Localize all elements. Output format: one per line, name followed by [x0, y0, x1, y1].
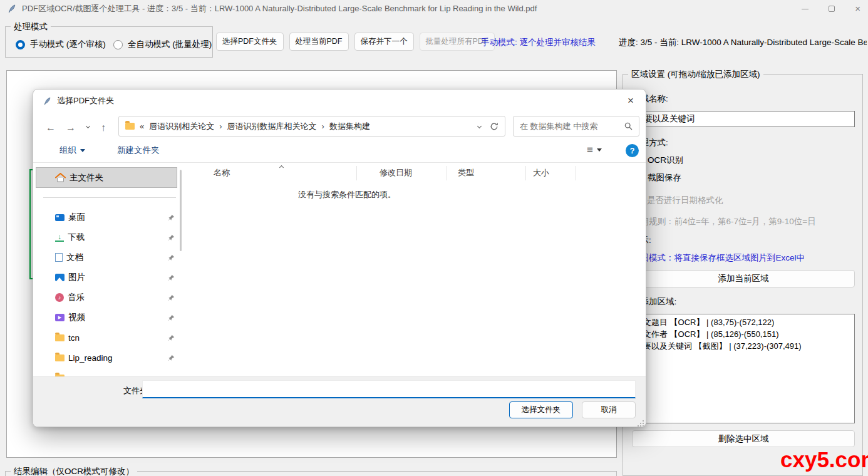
pin-icon[interactable] — [168, 294, 175, 301]
sidebar-item-tcn[interactable]: tcn — [33, 328, 183, 348]
radio-icon[interactable] — [16, 40, 25, 49]
column-header-type[interactable]: 类型 — [458, 167, 474, 178]
sidebar-home-label: 主文件夹 — [70, 172, 103, 184]
dialog-close-icon[interactable]: × — [622, 93, 639, 108]
dialog-sidebar: 主文件夹 桌面 ↓ 下载 文档 — [33, 163, 183, 376]
list-view-icon: ≡ — [587, 145, 593, 155]
help-icon[interactable]: ? — [626, 144, 639, 157]
document-icon — [55, 253, 63, 262]
caret-down-icon — [80, 149, 85, 152]
app-window: PDF区域OCR/截图逐个处理工具 - 进度：3/5 - 当前：LRW-1000… — [0, 0, 868, 476]
pin-icon[interactable] — [168, 214, 175, 221]
new-folder-label: 新建文件夹 — [117, 145, 160, 156]
pin-icon[interactable] — [168, 274, 175, 281]
view-toggle-button[interactable]: ≡ — [587, 145, 602, 155]
dialog-footer: 文件夹: 选择文件夹 取消 — [33, 376, 646, 427]
hint-text: 截图模式：将直接保存框选区域图片到Excel中 — [632, 252, 805, 264]
sidebar-item-partial[interactable] — [33, 368, 183, 376]
back-icon[interactable]: ← — [46, 123, 56, 133]
close-icon[interactable]: × — [855, 0, 860, 18]
forward-icon[interactable]: → — [66, 123, 76, 133]
column-divider[interactable] — [356, 166, 357, 180]
delete-region-button[interactable]: 删除选中区域 — [632, 430, 855, 447]
add-region-button[interactable]: 添加当前区域 — [632, 270, 855, 287]
sidebar-item-home[interactable]: 主文件夹 — [36, 167, 177, 188]
column-header-size[interactable]: 大小 — [533, 167, 549, 178]
column-header-date[interactable]: 修改日期 — [380, 167, 412, 178]
up-icon[interactable]: ↑ — [101, 123, 106, 133]
search-placeholder: 在 数据集构建 中搜索 — [520, 121, 624, 132]
select-folder-button[interactable]: 选择文件夹 — [509, 401, 573, 418]
address-dropdown-chevron-icon[interactable] — [477, 124, 482, 128]
column-divider[interactable] — [525, 166, 526, 180]
recent-locations-chevron-icon[interactable] — [86, 124, 90, 128]
result-group-title: 结果编辑（仅OCR模式可修改） — [11, 465, 137, 476]
address-bar[interactable]: « 唇语识别相关论文 › 唇语识别数据库相关论文 › 数据集构建 — [118, 116, 505, 137]
organize-label: 组织 — [59, 145, 76, 156]
sidebar-item-music[interactable]: ♪ 音乐 — [33, 287, 183, 308]
radio-auto-label: 全自动模式 (批量处理) — [128, 39, 212, 50]
divider — [43, 197, 176, 198]
radio-icon[interactable] — [113, 40, 123, 49]
column-header-name[interactable]: 名称 — [214, 167, 230, 178]
desktop-icon — [55, 214, 65, 221]
window-titlebar: PDF区域OCR/截图逐个处理工具 - 进度：3/5 - 当前：LRW-1000… — [0, 0, 868, 18]
pin-icon[interactable] — [168, 334, 175, 341]
column-divider[interactable] — [447, 166, 447, 180]
breadcrumb-separator: › — [322, 122, 324, 131]
region-listbox[interactable]: 论文题目 【OCR】 | (83,75)-(572,122) 论文作者 【OCR… — [632, 314, 855, 423]
date-format-label: 是否进行日期格式化 — [647, 195, 723, 206]
region-settings-panel: 区域设置 (可拖动/缩放已添加区域) 区域名称: 处理方式: OCR识别 截图保… — [623, 74, 863, 476]
mode-group-title: 处理模式 — [11, 21, 51, 33]
minimize-icon[interactable] — [802, 9, 809, 9]
process-current-pdf-button[interactable]: 处理当前PDF — [289, 33, 349, 51]
pictures-icon — [55, 274, 65, 281]
video-icon: ▶ — [55, 314, 65, 321]
save-and-next-button[interactable]: 保存并下一个 — [354, 33, 414, 51]
select-folder-dialog: 选择PDF文件夹 × ← → ↑ « 唇语识别相关论文 › 唇语识别数据库相关论… — [33, 89, 646, 427]
caret-down-icon — [597, 148, 602, 152]
breadcrumb-crumb[interactable]: 数据集构建 — [329, 121, 370, 132]
home-icon — [55, 173, 66, 182]
resize-grip[interactable] — [640, 423, 641, 424]
pin-icon[interactable] — [168, 254, 175, 261]
new-folder-button[interactable]: 新建文件夹 — [117, 145, 160, 156]
region-row[interactable]: 摘要以及关键词 【截图】 | (37,223)-(307,491) — [633, 340, 854, 352]
column-divider[interactable] — [576, 166, 576, 180]
region-panel-title: 区域设置 (可拖动/缩放已添加区域) — [628, 68, 763, 80]
music-icon: ♪ — [55, 293, 64, 302]
cancel-button[interactable]: 取消 — [582, 401, 636, 418]
sidebar-item-documents[interactable]: 文档 — [33, 247, 183, 267]
maximize-icon[interactable] — [829, 6, 835, 12]
folder-name-input[interactable] — [142, 380, 636, 398]
breadcrumb-crumb[interactable]: 唇语识别数据库相关论文 — [227, 121, 317, 132]
refresh-icon[interactable] — [490, 122, 499, 131]
folder-icon — [55, 334, 65, 341]
sidebar-item-videos[interactable]: ▶ 视频 — [33, 308, 183, 328]
sidebar-scrollbar[interactable] — [180, 170, 182, 251]
search-icon — [624, 122, 633, 130]
organize-button[interactable]: 组织 — [59, 145, 85, 156]
radio-manual-mode[interactable]: 手动模式 (逐个审核) — [16, 39, 106, 50]
region-row[interactable]: 论文题目 【OCR】 | (83,75)-(572,122) — [633, 316, 854, 328]
pin-icon[interactable] — [168, 234, 175, 241]
region-name-input[interactable] — [632, 111, 855, 127]
pin-icon[interactable] — [168, 314, 175, 321]
pin-icon[interactable] — [168, 354, 175, 361]
sidebar-item-pictures[interactable]: 图片 — [33, 267, 183, 287]
radio-auto-mode[interactable]: 全自动模式 (批量处理) — [113, 39, 212, 50]
sort-ascending-icon[interactable] — [279, 165, 284, 170]
sidebar-item-lip-reading[interactable]: Lip_reading — [33, 348, 183, 368]
search-input[interactable]: 在 数据集构建 中搜索 — [513, 116, 639, 137]
breadcrumb-crumb[interactable]: 唇语识别相关论文 — [149, 121, 214, 132]
dialog-feather-icon — [43, 96, 51, 106]
sidebar-item-downloads[interactable]: ↓ 下载 — [33, 227, 183, 247]
breadcrumb-prefix: « — [140, 122, 144, 131]
window-title: PDF区域OCR/截图逐个处理工具 - 进度：3/5 - 当前：LRW-1000… — [22, 3, 537, 14]
sidebar-item-desktop[interactable]: 桌面 — [33, 207, 183, 227]
select-pdf-folder-button[interactable]: 选择PDF文件夹 — [216, 33, 284, 51]
radio-manual-label: 手动模式 (逐个审核) — [30, 39, 106, 50]
region-row[interactable]: 论文作者 【OCR】 | (85,126)-(550,151) — [633, 328, 854, 340]
dialog-command-bar: 组织 新建文件夹 ≡ ? — [33, 140, 646, 162]
progress-label: 进度: 3/5 - 当前: LRW-1000 A Naturally-Distr… — [619, 37, 867, 48]
